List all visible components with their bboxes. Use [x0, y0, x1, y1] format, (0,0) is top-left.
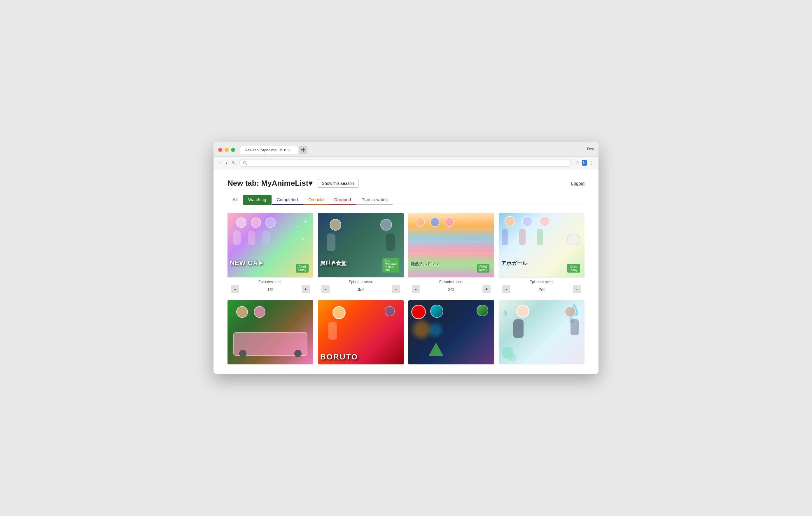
ep-count-4: 2/3 [539, 287, 545, 292]
address-icons: ☆ N ⋮ [576, 160, 594, 165]
tab-title: New tab: MyAnimeList ♥ [245, 148, 286, 152]
anime-card-2[interactable]: Airs Mondays (6 days left) 異世界食堂 Episode… [318, 213, 404, 296]
tab-close-icon[interactable]: × [288, 148, 290, 152]
aired-badge-4: Aired today [567, 264, 580, 273]
anime-title-6: BORUTO [320, 353, 358, 362]
episode-controls-2: Episodes seen: - 3/3 + [318, 277, 404, 296]
svg-rect-1 [301, 149, 306, 150]
anime-cover-8: 💧 💧 💧 [499, 300, 584, 364]
anime-title-2: 異世界食堂 [320, 260, 347, 267]
tab-dropped[interactable]: Dropped [329, 195, 356, 205]
anime-title-4: アホガール [501, 260, 527, 267]
episode-controls-3: Episodes seen: - 3/3 + [408, 277, 494, 296]
page-title: New tab: MyAnimeList♥ [228, 179, 313, 188]
back-button[interactable]: ‹ [218, 159, 222, 167]
airs-badge-2: Airs Mondays (6 days left) [382, 258, 399, 273]
ep-label-3: Episodes seen: [439, 280, 463, 284]
anime-card-7[interactable] [408, 300, 494, 364]
ep-minus-3[interactable]: - [412, 285, 420, 293]
anime-cover-5 [228, 300, 313, 364]
svg-line-3 [245, 163, 247, 165]
refresh-button[interactable]: ↻ [231, 159, 237, 167]
anime-cover-4: Aired today アホガール [499, 213, 584, 277]
ep-plus-4[interactable]: + [573, 285, 581, 293]
episode-controls-1: Episodes seen: - 1/2 + [228, 277, 313, 296]
extensions-icon[interactable]: N [582, 160, 587, 165]
filter-tabs: All Watching Completed On hold Dropped P… [228, 195, 584, 205]
aired-badge-1: Aired today [296, 264, 309, 273]
ep-counter-4: - 2/3 + [502, 285, 581, 293]
title-bar: New tab: MyAnimeList ♥ × Dev [213, 142, 599, 156]
menu-icon[interactable]: ⋮ [589, 160, 594, 165]
ep-minus-1[interactable]: - [231, 285, 239, 293]
ep-minus-4[interactable]: - [502, 285, 511, 293]
ep-counter-3: - 3/3 + [412, 285, 491, 293]
anime-card-8[interactable]: 💧 💧 💧 [499, 300, 584, 364]
close-dot[interactable] [218, 148, 222, 152]
address-bar: ‹ › ↻ ☆ N ⋮ [213, 156, 599, 170]
browser-window: New tab: MyAnimeList ♥ × Dev ‹ › ↻ [213, 142, 599, 374]
show-season-button[interactable]: Show this season [318, 179, 358, 188]
anime-card-6[interactable]: BORUTO [318, 300, 404, 364]
anime-card-5[interactable] [228, 300, 313, 364]
tab-bar: New tab: MyAnimeList ♥ × [240, 146, 587, 154]
browser-tab[interactable]: New tab: MyAnimeList ♥ × [240, 146, 298, 154]
ep-counter-2: - 3/3 + [321, 285, 400, 293]
anime-card-4[interactable]: Aired today アホガール Episodes seen: [499, 213, 584, 296]
anime-cover-1: Aired today NEW GA► ✦ ✦ ★ [228, 213, 313, 277]
window-controls [218, 148, 235, 152]
anime-cover-3: Aired today 徒然チルドレン [408, 213, 494, 277]
tab-completed[interactable]: Completed [271, 195, 303, 205]
dev-label: Dev [587, 147, 594, 153]
ep-label-2: Episodes seen: [349, 280, 373, 284]
ep-count-3: 3/3 [448, 287, 455, 292]
anime-title-1: NEW GA► [230, 259, 265, 267]
anime-cover-2: Airs Mondays (6 days left) 異世界食堂 [318, 213, 404, 277]
tab-plantowatch[interactable]: Plan to watch [356, 195, 393, 205]
ep-count-2: 3/3 [358, 287, 364, 292]
anime-cover-6: BORUTO [318, 300, 404, 364]
logout-link[interactable]: Logout [571, 181, 584, 186]
ep-plus-2[interactable]: + [392, 285, 400, 293]
minimize-dot[interactable] [225, 148, 229, 152]
star-icon[interactable]: ☆ [576, 160, 580, 165]
ep-minus-2[interactable]: - [321, 285, 329, 293]
tab-onhold[interactable]: On hold [303, 195, 329, 205]
tab-watching[interactable]: Watching [243, 195, 271, 205]
maximize-dot[interactable] [231, 148, 235, 152]
anime-card-3[interactable]: Aired today 徒然チルドレン Episodes seen: - 3/3 [408, 213, 494, 296]
episode-controls-4: Episodes seen: - 2/3 + [499, 277, 584, 296]
ep-label-1: Episodes seen: [258, 280, 282, 284]
tab-all[interactable]: All [228, 195, 243, 205]
anime-card-1[interactable]: Aired today NEW GA► ✦ ✦ ★ Episode [228, 213, 313, 296]
ep-label-4: Episodes seen: [530, 280, 554, 284]
anime-grid: Aired today NEW GA► ✦ ✦ ★ Episode [228, 213, 584, 364]
page-header: New tab: MyAnimeList♥ Show this season L… [228, 179, 584, 188]
ep-plus-3[interactable]: + [483, 285, 491, 293]
ep-count-1: 1/2 [267, 287, 273, 292]
address-input[interactable] [239, 159, 571, 167]
forward-button[interactable]: › [224, 159, 228, 167]
new-tab-icon[interactable] [299, 146, 308, 154]
anime-cover-7 [408, 300, 494, 364]
page-content: New tab: MyAnimeList♥ Show this season L… [213, 170, 599, 374]
ep-plus-1[interactable]: + [301, 285, 310, 293]
ep-counter-1: - 1/2 + [231, 285, 310, 293]
